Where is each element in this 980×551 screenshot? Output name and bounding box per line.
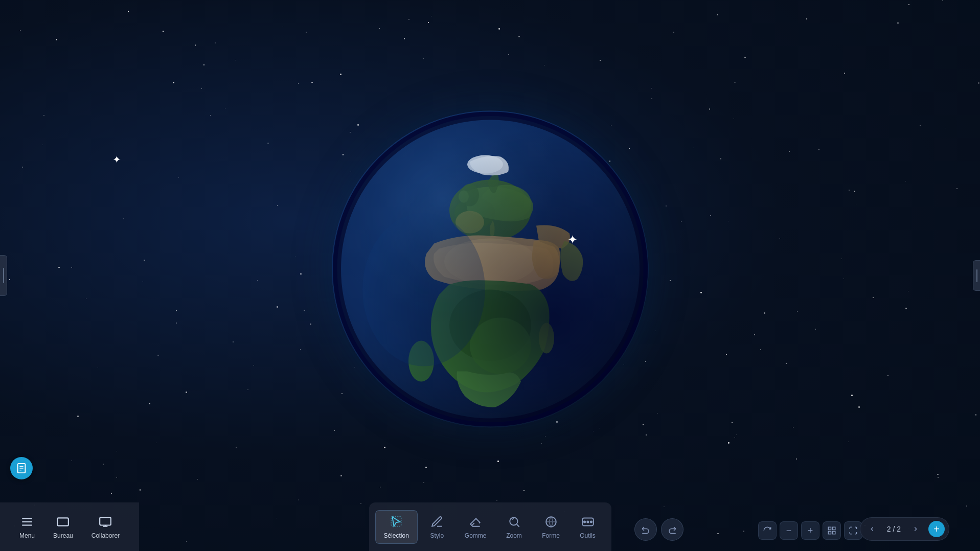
svg-point-31 (583, 521, 585, 522)
document-icon (16, 463, 27, 474)
svg-point-32 (587, 521, 588, 522)
svg-rect-35 (828, 527, 831, 530)
stylo-tool[interactable]: Stylo (420, 511, 454, 543)
bureau-button[interactable]: Bureau (44, 511, 82, 543)
handle-line (3, 268, 4, 283)
undo-button[interactable] (634, 518, 657, 541)
zoom-out-button[interactable]: − (780, 521, 798, 540)
next-page-button[interactable] (908, 521, 923, 537)
current-page: 2 (887, 525, 891, 533)
zoom-icon (507, 515, 521, 529)
page-navigation: 2 / 2 + (860, 517, 949, 541)
forme-icon (544, 515, 558, 529)
minus-icon: − (786, 526, 792, 535)
svg-rect-28 (100, 517, 111, 525)
handle-line-right (976, 269, 977, 282)
collaborer-button[interactable]: Collaborer (82, 511, 129, 543)
collaborer-icon (98, 515, 112, 529)
selection-icon (389, 515, 403, 529)
collaborer-label: Collaborer (92, 532, 120, 539)
bureau-label: Bureau (53, 532, 73, 539)
add-page-button[interactable]: + (928, 521, 945, 537)
outils-icon (581, 515, 595, 529)
menu-button[interactable]: Menu (10, 511, 44, 543)
add-icon: + (933, 524, 940, 534)
redo-button[interactable] (661, 518, 683, 541)
toolbar-center-section: Sélection Stylo Gomme Zoom (369, 502, 611, 551)
gomme-label: Gomme (465, 532, 487, 539)
stylo-label: Stylo (430, 532, 444, 539)
forme-tool[interactable]: Forme (534, 511, 568, 543)
outils-tool[interactable]: Outils (571, 511, 605, 543)
undo-redo-group (634, 518, 683, 541)
menu-label: Menu (19, 532, 35, 539)
outils-label: Outils (580, 532, 596, 539)
earth-globe (332, 111, 649, 428)
svg-rect-38 (833, 532, 835, 534)
zoom-in-button[interactable]: + (801, 521, 819, 540)
prev-page-button[interactable] (864, 521, 880, 537)
toolbar-left-section: Menu Bureau Collaborer (0, 502, 139, 551)
gomme-tool[interactable]: Gomme (457, 511, 495, 543)
page-info: 2 / 2 (883, 525, 905, 533)
menu-icon (20, 515, 34, 529)
document-button[interactable] (10, 457, 33, 479)
zoom-tool[interactable]: Zoom (497, 511, 532, 543)
stylo-icon (430, 515, 444, 529)
total-pages: 2 (897, 525, 901, 533)
plus-icon: + (808, 526, 813, 535)
svg-rect-27 (58, 518, 69, 525)
right-panel-handle[interactable] (973, 260, 980, 291)
grid-view-button[interactable] (823, 521, 841, 540)
bureau-icon (56, 515, 70, 529)
reset-view-button[interactable] (758, 521, 777, 540)
gomme-icon (468, 515, 483, 529)
selection-tool[interactable]: Sélection (375, 510, 417, 544)
top-right-tools: − + (758, 521, 862, 540)
svg-rect-37 (828, 532, 831, 534)
zoom-label: Zoom (506, 532, 522, 539)
forme-label: Forme (542, 532, 560, 539)
svg-point-33 (590, 521, 591, 522)
left-panel-handle[interactable] (0, 255, 7, 296)
svg-rect-36 (833, 527, 835, 530)
selection-label: Sélection (383, 532, 408, 539)
